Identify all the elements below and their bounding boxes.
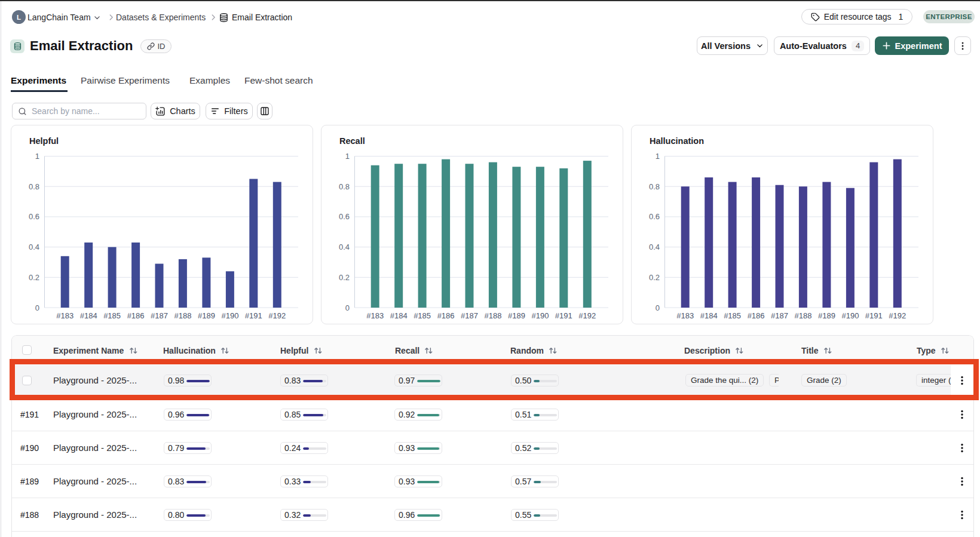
svg-text:0: 0 (35, 303, 39, 312)
svg-text:#188: #188 (794, 311, 811, 320)
svg-text:#186: #186 (748, 311, 765, 320)
svg-text:#185: #185 (103, 311, 121, 320)
svg-text:0.2: 0.2 (29, 273, 39, 282)
svg-text:0.8: 0.8 (339, 182, 350, 191)
svg-text:Recall: Recall (339, 136, 365, 146)
svg-text:#187: #187 (461, 311, 478, 320)
svg-text:#186: #186 (437, 311, 455, 320)
svg-text:0: 0 (345, 303, 350, 312)
svg-text:0.4: 0.4 (29, 243, 39, 251)
svg-text:#189: #189 (818, 311, 835, 320)
svg-text:0.8: 0.8 (29, 182, 39, 191)
svg-text:#190: #190 (221, 311, 238, 320)
svg-text:#190: #190 (531, 311, 549, 320)
svg-text:0.8: 0.8 (649, 182, 660, 191)
svg-text:#192: #192 (268, 311, 286, 320)
svg-text:#185: #185 (724, 311, 741, 320)
svg-text:#190: #190 (841, 311, 859, 320)
svg-text:#183: #183 (676, 311, 694, 320)
svg-text:#186: #186 (127, 311, 145, 320)
svg-text:0: 0 (656, 303, 660, 312)
svg-text:0.2: 0.2 (339, 273, 350, 282)
svg-text:1: 1 (656, 152, 660, 161)
svg-text:#184: #184 (390, 311, 408, 320)
svg-text:#184: #184 (700, 311, 718, 320)
svg-text:0.4: 0.4 (649, 243, 660, 251)
svg-text:#191: #191 (555, 311, 572, 320)
svg-text:1: 1 (35, 152, 39, 161)
svg-text:#189: #189 (198, 311, 215, 320)
svg-text:#191: #191 (865, 311, 883, 320)
svg-text:#185: #185 (414, 311, 431, 320)
svg-text:#188: #188 (484, 311, 501, 320)
svg-text:#183: #183 (56, 311, 74, 320)
svg-text:Hallucination: Hallucination (650, 136, 704, 146)
svg-text:1: 1 (345, 152, 350, 161)
svg-text:0.6: 0.6 (29, 212, 39, 221)
svg-text:0.6: 0.6 (649, 212, 660, 221)
svg-text:0.6: 0.6 (339, 212, 350, 221)
svg-text:#183: #183 (366, 311, 384, 320)
svg-text:#187: #187 (771, 311, 788, 320)
svg-text:#189: #189 (508, 311, 525, 320)
svg-text:#192: #192 (889, 311, 906, 320)
svg-text:0.2: 0.2 (649, 273, 660, 282)
svg-text:#184: #184 (80, 311, 97, 320)
svg-text:0.4: 0.4 (339, 243, 350, 251)
svg-text:#192: #192 (578, 311, 596, 320)
svg-text:#191: #191 (245, 311, 262, 320)
svg-text:#188: #188 (174, 311, 191, 320)
svg-text:#187: #187 (151, 311, 168, 320)
svg-text:Helpful: Helpful (29, 136, 59, 146)
